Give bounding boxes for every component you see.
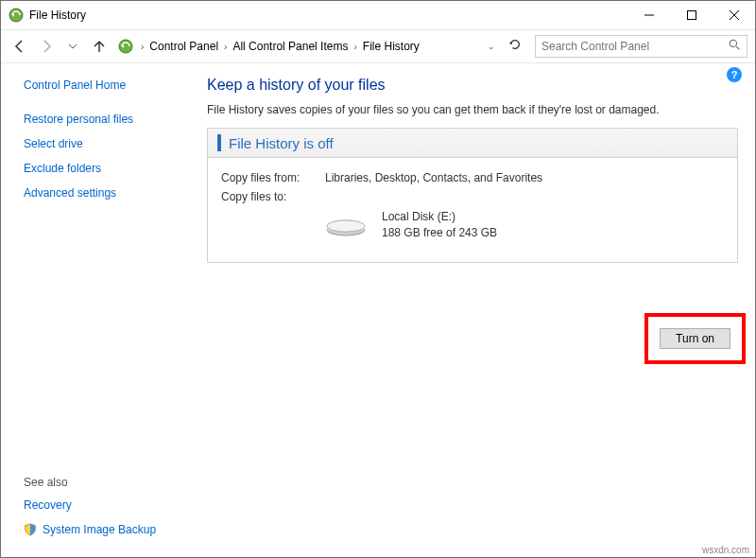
watermark: wsxdn.com — [702, 545, 749, 555]
svg-rect-3 — [687, 11, 696, 20]
titlebar: File History — [1, 1, 755, 29]
search-icon[interactable] — [729, 38, 741, 55]
sidebar-item-advanced-settings[interactable]: Advanced settings — [24, 186, 180, 200]
address-dropdown[interactable]: ⌄ — [484, 42, 499, 51]
close-button[interactable] — [713, 1, 755, 29]
svg-point-9 — [730, 40, 736, 46]
sidebar-item-select-drive[interactable]: Select drive — [24, 137, 180, 150]
search-input[interactable] — [541, 40, 729, 53]
chevron-right-icon[interactable]: › — [220, 42, 231, 52]
svg-point-0 — [9, 9, 23, 22]
sidebar-item-system-image-backup[interactable]: System Image Backup — [24, 523, 180, 536]
control-panel-home-link[interactable]: Control Panel Home — [24, 78, 180, 92]
panel-body: Copy files from: Libraries, Desktop, Con… — [208, 158, 737, 262]
address-icon — [118, 39, 133, 54]
highlight-box: Turn on — [644, 313, 746, 364]
svg-point-6 — [119, 40, 132, 53]
chevron-right-icon[interactable]: › — [137, 42, 147, 52]
copy-from-label: Copy files from: — [221, 171, 325, 184]
turn-on-button[interactable]: Turn on — [660, 328, 730, 349]
search-box[interactable] — [535, 35, 747, 58]
breadcrumb[interactable]: File History — [361, 38, 421, 55]
copy-to-label: Copy files to: — [221, 190, 325, 203]
page-title: Keep a history of your files — [207, 77, 738, 94]
window-buttons — [627, 1, 755, 29]
drive-name: Local Disk (E:) — [382, 209, 497, 225]
recent-dropdown[interactable] — [61, 35, 84, 58]
panel-header: File History is off — [208, 129, 737, 158]
svg-line-10 — [736, 46, 739, 49]
app-icon — [9, 8, 24, 23]
body: ? Control Panel Home Restore personal fi… — [1, 63, 755, 557]
refresh-button[interactable] — [503, 38, 527, 55]
sidebar-item-label: System Image Backup — [43, 523, 156, 536]
status-text: File History is off — [229, 135, 334, 151]
file-history-panel: File History is off Copy files from: Lib… — [207, 128, 738, 263]
minimize-button[interactable] — [627, 1, 670, 29]
see-also-label: See also — [24, 476, 180, 489]
up-button[interactable] — [88, 35, 111, 58]
accent-bar — [217, 134, 221, 151]
shield-icon — [24, 523, 37, 536]
breadcrumb[interactable]: Control Panel — [147, 38, 220, 55]
sidebar: Control Panel Home Restore personal file… — [1, 63, 190, 557]
forward-button[interactable] — [35, 35, 58, 58]
copy-from-value: Libraries, Desktop, Contacts, and Favori… — [325, 171, 542, 184]
address-bar[interactable]: › Control Panel › All Control Panel Item… — [114, 35, 527, 58]
window-title: File History — [29, 9, 627, 22]
chevron-right-icon[interactable]: › — [350, 42, 360, 52]
svg-point-14 — [327, 220, 365, 232]
sidebar-item-restore[interactable]: Restore personal files — [24, 113, 180, 126]
maximize-button[interactable] — [670, 1, 713, 29]
sidebar-item-recovery[interactable]: Recovery — [24, 498, 180, 512]
drive-free-space: 188 GB free of 243 GB — [382, 225, 497, 241]
page-description: File History saves copies of your files … — [207, 103, 738, 116]
breadcrumb[interactable]: All Control Panel Items — [231, 38, 350, 55]
drive-icon — [325, 213, 367, 237]
back-button[interactable] — [9, 35, 31, 58]
navbar: › Control Panel › All Control Panel Item… — [1, 29, 755, 63]
sidebar-item-exclude-folders[interactable]: Exclude folders — [24, 162, 180, 175]
main-content: Keep a history of your files File Histor… — [190, 63, 755, 557]
